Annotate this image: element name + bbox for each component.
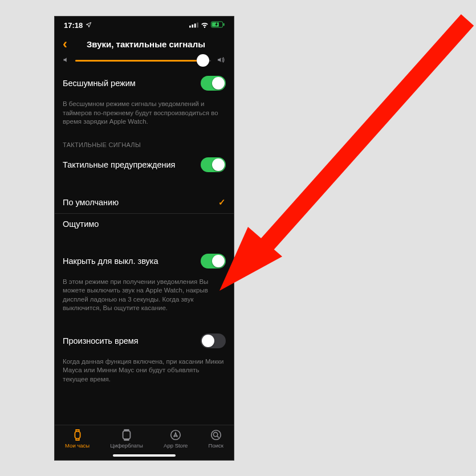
appstore-icon — [169, 429, 182, 441]
silent-mode-label: Бесшумный режим — [63, 79, 136, 88]
haptic-alerts-toggle[interactable] — [201, 157, 226, 172]
haptic-prominent-row[interactable]: Ощутимо — [55, 213, 234, 234]
svg-point-12 — [211, 430, 221, 440]
checkmark-icon: ✓ — [218, 197, 226, 208]
search-icon — [210, 429, 222, 441]
silent-mode-row[interactable]: Бесшумный режим — [55, 70, 234, 96]
haptic-alerts-label: Тактильные предупреждения — [63, 160, 175, 169]
phone-frame: 17:18 ‹ Звуки, тактильные сигналы — [54, 16, 234, 461]
battery-icon — [211, 21, 225, 30]
speak-time-footer: Когда данная функция включена, при касан… — [55, 354, 234, 391]
status-time: 17:18 — [64, 21, 83, 30]
haptic-section-header: ТАКТИЛЬНЫЕ СИГНАЛЫ — [55, 133, 234, 152]
haptic-default-label: По умолчанию — [63, 198, 119, 207]
status-bar: 17:18 — [55, 17, 234, 34]
svg-rect-1 — [192, 25, 193, 27]
svg-rect-7 — [75, 432, 80, 439]
cover-to-mute-row[interactable]: Накрыть для выкл. звука — [55, 248, 234, 274]
slider-thumb[interactable] — [197, 54, 209, 67]
tab-my-watch[interactable]: Мои часы — [65, 429, 89, 460]
haptic-prominent-label: Ощутимо — [63, 219, 99, 229]
tab-my-watch-label: Мои часы — [65, 442, 89, 449]
speaker-low-icon — [63, 56, 70, 64]
watch-icon — [71, 429, 84, 441]
haptic-alerts-row[interactable]: Тактильные предупреждения — [55, 152, 234, 178]
tab-appstore-label: App Store — [164, 442, 188, 449]
svg-rect-5 — [212, 22, 219, 26]
silent-mode-toggle[interactable] — [201, 76, 226, 91]
speaker-high-icon — [217, 56, 226, 64]
nav-header: ‹ Звуки, тактильные сигналы — [55, 34, 234, 54]
page-title: Звуки, тактильные сигналы — [62, 39, 230, 49]
svg-rect-6 — [223, 23, 225, 26]
cover-to-mute-toggle[interactable] — [201, 254, 226, 268]
haptic-default-row[interactable]: По умолчанию ✓ — [55, 192, 234, 213]
speak-time-label: Произносить время — [63, 336, 139, 345]
svg-rect-8 — [123, 431, 131, 440]
tab-search-label: Поиск — [209, 442, 223, 449]
svg-rect-9 — [124, 430, 128, 431]
location-icon — [86, 22, 92, 29]
silent-mode-footer: В бесшумном режиме сигналы уведомлений и… — [55, 96, 234, 133]
svg-rect-0 — [189, 25, 191, 27]
tab-faces-label: Циферблаты — [110, 442, 143, 449]
home-indicator[interactable] — [113, 454, 176, 457]
svg-rect-3 — [197, 22, 198, 27]
tab-search[interactable]: Поиск — [209, 429, 223, 460]
speak-time-toggle[interactable] — [201, 333, 226, 348]
volume-slider[interactable] — [55, 54, 234, 70]
wifi-icon — [201, 21, 209, 30]
cover-to-mute-footer: В этом режиме при получении уведомления … — [55, 274, 234, 320]
slider-track[interactable] — [75, 60, 211, 62]
speak-time-row[interactable]: Произносить время — [55, 328, 234, 354]
svg-point-13 — [213, 432, 217, 436]
signal-icon — [189, 21, 198, 30]
cover-to-mute-label: Накрыть для выкл. звука — [63, 257, 158, 266]
faces-icon — [120, 429, 133, 441]
svg-line-14 — [254, 20, 467, 259]
annotation-arrow-icon — [219, 11, 476, 296]
svg-rect-10 — [124, 439, 128, 440]
svg-rect-2 — [194, 23, 196, 27]
